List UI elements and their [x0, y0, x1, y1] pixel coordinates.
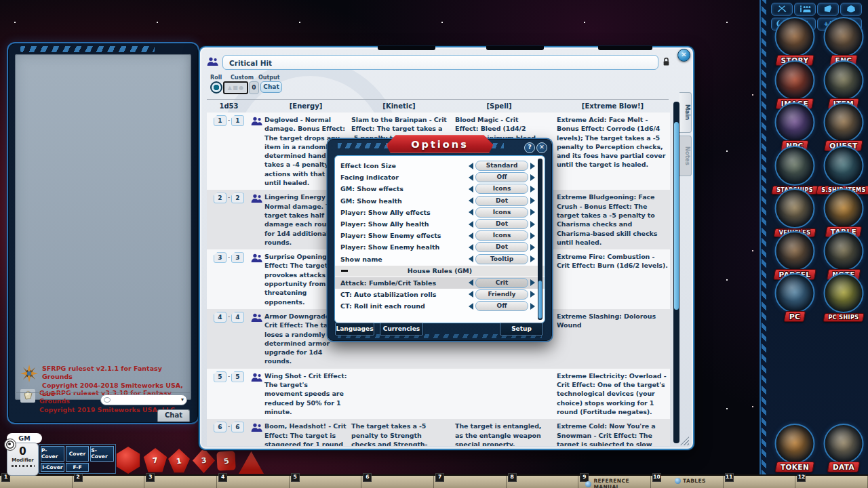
stepper-left-arrow-icon[interactable] [469, 163, 473, 169]
hotkey-slot-9[interactable]: 9REFERENCE MANUAL [578, 476, 651, 488]
roll-range-to[interactable]: 3 [231, 252, 244, 263]
toolbar-button-party-sheet[interactable] [794, 3, 816, 16]
roll-range-from[interactable]: 5 [214, 371, 226, 382]
option-value[interactable]: Icons [475, 207, 528, 218]
stepper-left-arrow-icon[interactable] [469, 244, 473, 251]
option-value[interactable]: Tooltip [475, 254, 528, 264]
option-value[interactable]: Icons [475, 184, 528, 194]
currencies-button[interactable]: Currencies [380, 323, 423, 336]
option-value[interactable]: Dot [475, 242, 528, 252]
stepper-left-arrow-icon[interactable] [469, 197, 473, 204]
sidebar-item-starships[interactable]: STARSHIPS [770, 146, 819, 195]
option-value[interactable]: Friendly [475, 289, 528, 300]
lock-icon[interactable] [663, 56, 670, 69]
table-title-field[interactable]: Critical Hit [222, 55, 658, 70]
scrollbar-thumb[interactable] [674, 122, 679, 310]
chat-input[interactable]: ▾ [100, 394, 187, 405]
window-close-button[interactable]: ✕ [677, 49, 690, 62]
option-value[interactable]: Dot [475, 196, 528, 206]
hotkey-slot-11[interactable]: 11 [724, 476, 796, 488]
roll-range-from[interactable]: 3 [214, 252, 226, 263]
custom-die-selector[interactable]: ▲■● [223, 81, 248, 94]
cover-button-i-cover[interactable]: I-Cover [41, 463, 64, 472]
output-chat-button[interactable]: Chat [260, 81, 282, 93]
sidebar-item-vehicles[interactable]: VEHICLES [770, 188, 819, 237]
stepper-right-arrow-icon[interactable] [530, 221, 535, 228]
stepper-left-arrow-icon[interactable] [469, 209, 473, 216]
option-value[interactable]: Dot [475, 219, 528, 229]
cover-button-s-cover[interactable]: S-Cover [90, 446, 114, 462]
option-value[interactable]: Off [475, 172, 528, 182]
hotkey-slot-4[interactable]: 4 [217, 476, 290, 488]
hotkey-slot-7[interactable]: 7 [434, 476, 507, 488]
options-scrollbar-thumb[interactable] [538, 281, 542, 319]
hotkey-slot-12[interactable]: 12 [795, 476, 868, 488]
table-row[interactable]: 5-5Wing Shot - Crit Effect: The target's… [207, 369, 670, 419]
stepper-left-arrow-icon[interactable] [469, 256, 473, 262]
roll-radio[interactable] [210, 81, 222, 94]
toolbar-button-dice-bag[interactable] [840, 3, 862, 16]
roll-range-to[interactable]: 2 [231, 192, 244, 203]
roll-range-to[interactable]: 5 [231, 371, 244, 382]
stepper-right-arrow-icon[interactable] [530, 303, 535, 310]
stepper-left-arrow-icon[interactable] [469, 221, 473, 228]
stepper-right-arrow-icon[interactable] [530, 244, 535, 251]
roll-range-from[interactable]: 1 [214, 115, 226, 126]
cover-button-cover[interactable]: Cover [66, 446, 90, 462]
sidebar-item-data[interactable]: DATA [819, 424, 868, 472]
languages-button[interactable]: Languages [335, 323, 374, 336]
tab-main[interactable]: Main [679, 92, 692, 133]
stepper-right-arrow-icon[interactable] [530, 197, 535, 204]
stepper-left-arrow-icon[interactable] [469, 186, 473, 192]
hotkey-slot-2[interactable]: 2 [73, 476, 145, 488]
dialog-close-button[interactable]: ✕ [536, 142, 547, 153]
sidebar-item-pc[interactable]: PC [770, 273, 819, 322]
cover-button-p-cover[interactable]: P-Cover [41, 446, 64, 462]
hotkey-slot-8[interactable]: 8 [507, 476, 579, 488]
stepper-right-arrow-icon[interactable] [530, 209, 535, 216]
stepper-left-arrow-icon[interactable] [469, 291, 473, 298]
resize-grip[interactable] [680, 436, 689, 445]
stepper-right-arrow-icon[interactable] [530, 279, 535, 286]
toolbar-button-tokens[interactable] [817, 3, 839, 16]
option-value[interactable]: Icons [475, 230, 528, 241]
stepper-right-arrow-icon[interactable] [530, 232, 535, 239]
stepper-right-arrow-icon[interactable] [530, 291, 535, 298]
stepper-left-arrow-icon[interactable] [469, 232, 473, 239]
sidebar-item-pc-ships[interactable]: PC SHIPS [819, 273, 868, 322]
roll-range-to[interactable]: 1 [231, 115, 244, 126]
stepper-left-arrow-icon[interactable] [469, 279, 473, 286]
die-d6[interactable]: 5 [216, 451, 235, 470]
sidebar-item-quest[interactable]: QUEST [819, 102, 868, 151]
hotkey-slot-5[interactable]: 5 [290, 476, 362, 488]
help-button[interactable]: ? [524, 142, 535, 153]
option-value[interactable]: Off [475, 301, 528, 311]
tab-notes[interactable]: Notes [679, 136, 692, 176]
stepper-right-arrow-icon[interactable] [530, 163, 535, 169]
chat-input-dropdown-icon[interactable]: ▾ [181, 397, 184, 403]
sidebar-item-s-ship-items[interactable]: S.SHIP ITEMS [819, 146, 868, 195]
stepper-right-arrow-icon[interactable] [530, 256, 535, 262]
sidebar-item-table[interactable]: TABLE [819, 188, 868, 237]
collapse-minus-icon[interactable] [341, 270, 348, 272]
roll-range-from[interactable]: 6 [214, 422, 226, 432]
roll-range-to[interactable]: 4 [231, 312, 244, 323]
sidebar-item-npc[interactable]: NPC [770, 102, 819, 151]
options-scrollbar[interactable] [538, 159, 542, 320]
stepper-right-arrow-icon[interactable] [530, 174, 535, 181]
stepper-left-arrow-icon[interactable] [469, 303, 473, 310]
chat-log[interactable]: SFRPG ruleset v2.1.1 for Fantasy Grounds… [15, 54, 191, 400]
hotkey-slot-3[interactable]: 3 [144, 476, 217, 488]
sidebar-item-story[interactable]: STORY [770, 17, 819, 66]
cover-button-f-f[interactable]: F-F [66, 463, 90, 472]
table-scrollbar[interactable] [673, 102, 679, 443]
option-value[interactable]: Crit [475, 278, 528, 288]
toolbar-button-combat-tracker[interactable] [771, 3, 793, 16]
hotkey-slot-6[interactable]: 6 [361, 476, 434, 488]
stepper-left-arrow-icon[interactable] [469, 174, 473, 181]
table-row[interactable]: 6-6Boom, Headshot! - Crit Effect: The ta… [207, 419, 670, 446]
roll-range-from[interactable]: 2 [214, 192, 226, 203]
modifier-box[interactable]: 0 Modifier [7, 443, 39, 476]
sidebar-item-enc[interactable]: ENC [819, 17, 868, 66]
hotkey-slot-10[interactable]: 10TABLES [651, 476, 724, 488]
